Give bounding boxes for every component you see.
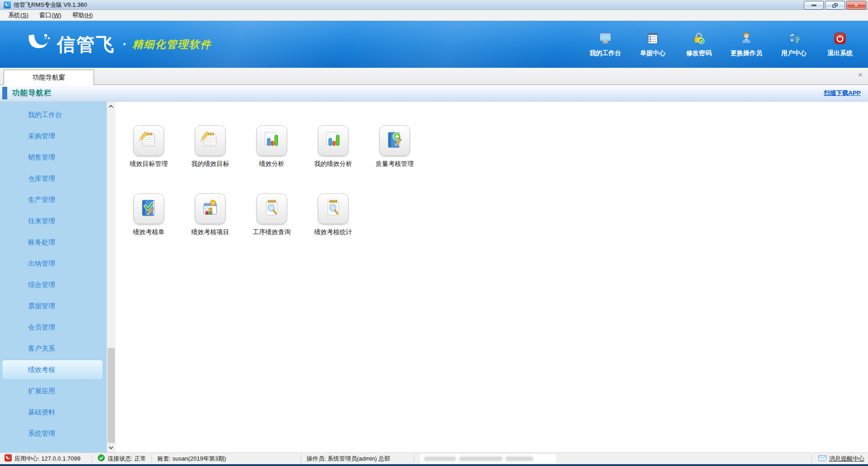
status-account: 账套: susan(2019年第3期) (152, 455, 301, 463)
app-label: 质量考核管理 (376, 160, 414, 168)
redacted-block (459, 457, 502, 461)
message-center-label: 消息提醒中心 (829, 455, 864, 463)
sidebar-item-6[interactable]: 账务处理 (0, 232, 107, 253)
chevron-up-icon (109, 105, 113, 109)
status-connection-text: 连接状态: 正常 (108, 455, 146, 463)
scrollbar-thumb[interactable] (108, 348, 115, 443)
toolbar-item-label: 单据中心 (640, 49, 665, 57)
tab-function-nav[interactable]: 功能导航窗 (4, 70, 94, 85)
app-button[interactable] (133, 193, 164, 224)
sidebar-item-7[interactable]: 出纳管理 (0, 253, 107, 274)
toolbar-item-exit-power[interactable]: 退出系统 (826, 32, 854, 57)
title-bar: 信管飞RMS专业版 V9.1.360 ✕ (0, 0, 868, 10)
app-button[interactable] (256, 125, 287, 156)
sidebar: 我的工作台采购管理销售管理仓库管理生产管理往来管理账务处理出纳管理综合管理票据管… (0, 102, 107, 452)
sidebar-item-15[interactable]: 系统管理 (0, 423, 107, 444)
sidebar-scrollbar[interactable] (107, 102, 115, 452)
status-ok-icon (98, 454, 105, 463)
message-center-link[interactable]: 消息提醒中心 (811, 455, 864, 463)
toolbar-item-label: 退出系统 (827, 49, 853, 57)
toolbar-item-workbench-monitor[interactable]: 我的工作台 (590, 32, 621, 57)
app-button[interactable] (195, 125, 226, 156)
toolbar-item-user-center-globe[interactable]: 用户中心 (779, 32, 808, 57)
app-cell-4[interactable]: 质量考核管理 (364, 125, 425, 168)
chart-bars-icon (261, 129, 282, 152)
sidebar-item-9[interactable]: 票据管理 (0, 296, 107, 317)
mail-icon (818, 455, 826, 462)
app-button[interactable] (133, 125, 164, 156)
menu-item-label: 窗口 (39, 12, 52, 19)
user-center-globe-icon (787, 32, 801, 47)
minimize-icon (811, 5, 816, 6)
minimize-button[interactable] (804, 1, 824, 9)
close-button[interactable]: ✕ (846, 1, 866, 9)
switch-operator-icon (740, 32, 753, 47)
window-bottom-border (0, 464, 868, 466)
app-cell-0[interactable]: 绩效目标管理 (118, 125, 179, 168)
app-cell-3[interactable]: 我的绩效分析 (302, 125, 364, 168)
scrollbar-up-button[interactable] (107, 103, 115, 110)
menu-item-s[interactable]: 系统(S) (3, 10, 34, 20)
app-cell-8[interactable]: 绩效考核统计 (302, 193, 364, 236)
sidebar-item-4[interactable]: 生产管理 (0, 189, 107, 211)
notepad-pencil-icon (138, 129, 159, 152)
app-button[interactable] (195, 193, 226, 224)
app-label: 绩效目标管理 (130, 160, 168, 168)
app-button[interactable] (318, 125, 349, 156)
app-button[interactable] (318, 193, 349, 224)
sidebar-item-12[interactable]: 绩效考核 (2, 360, 103, 380)
status-app-center-text: 应用中心: 127.0.0.1:7099 (14, 455, 80, 463)
restore-button[interactable] (825, 1, 845, 9)
sidebar-item-10[interactable]: 会员管理 (0, 317, 107, 338)
password-lock-icon (692, 32, 706, 47)
toolbar-item-password-lock[interactable]: 修改密码 (684, 32, 713, 57)
app-cell-7[interactable]: 工序绩效查询 (241, 193, 302, 236)
app-button[interactable] (256, 193, 287, 224)
toolbar-item-switch-operator[interactable]: 更换操作员 (731, 32, 762, 57)
app-button[interactable] (379, 125, 410, 156)
function-nav-bar: 功能导航栏 扫描下载APP (0, 85, 868, 102)
sidebar-item-2[interactable]: 销售管理 (0, 147, 107, 168)
menu-item-h[interactable]: 帮助(H) (67, 10, 99, 20)
app-cell-2[interactable]: 绩效分析 (241, 125, 302, 168)
brand-slogan: 精细化管理软件 (132, 38, 212, 52)
status-operator: 操作员: 系统管理员(admin) 总部 (301, 455, 414, 463)
brand-logo-icon (25, 33, 52, 56)
sidebar-item-13[interactable]: 扩展应用 (0, 381, 107, 402)
app-logo-icon (4, 1, 11, 9)
sidebar-item-8[interactable]: 综合管理 (0, 274, 107, 296)
brand: 信管飞 · 精细化管理软件 (0, 32, 212, 57)
menu-bar: 系统(S)窗口(W)帮助(H) (0, 10, 868, 21)
status-connection: 连接状态: 正常 (92, 455, 152, 463)
document-center-icon (646, 32, 660, 47)
sidebar-item-5[interactable]: 往来管理 (0, 211, 107, 232)
toolbar-item-label: 修改密码 (686, 49, 712, 57)
tab-strip: 功能导航窗 × (0, 68, 868, 85)
menu-item-mnemonic: W (54, 12, 60, 19)
toolbar-item-label: 我的工作台 (590, 49, 621, 57)
chart-bars-icon (323, 129, 344, 152)
book-plus-icon (384, 129, 405, 152)
app-banner: 信管飞 · 精细化管理软件 我的工作台单据中心修改密码更换操作员用户中心退出系统 (0, 21, 868, 68)
app-cell-1[interactable]: 我的绩效目标 (179, 125, 241, 168)
app-label: 绩效考核统计 (314, 228, 352, 236)
toolbar-item-document-center[interactable]: 单据中心 (638, 32, 667, 57)
navbar-title: 功能导航栏 (12, 88, 52, 98)
window-controls: ✕ (804, 1, 866, 9)
sidebar-item-14[interactable]: 基础资料 (0, 402, 107, 423)
menu-item-w[interactable]: 窗口(W) (34, 10, 67, 20)
redacted-block (424, 457, 456, 461)
tabstrip-close-icon[interactable]: × (858, 71, 863, 79)
scrollbar-down-button[interactable] (107, 444, 115, 452)
app-cell-6[interactable]: 绩效考核项目 (179, 193, 241, 236)
app-cell-5[interactable]: 绩效考核单 (118, 193, 179, 236)
sidebar-item-11[interactable]: 客户关系 (0, 338, 107, 359)
status-redacted (420, 454, 556, 463)
sidebar-item-0[interactable]: 我的工作台 (0, 104, 107, 126)
sidebar-item-3[interactable]: 仓库管理 (0, 168, 107, 189)
banner-toolbar: 我的工作台单据中心修改密码更换操作员用户中心退出系统 (590, 32, 868, 57)
status-operator-text: 操作员: 系统管理员(admin) 总部 (307, 455, 390, 463)
sidebar-item-1[interactable]: 采购管理 (0, 126, 107, 147)
app-label: 我的绩效目标 (191, 160, 229, 168)
download-app-link[interactable]: 扫描下载APP (824, 89, 861, 97)
